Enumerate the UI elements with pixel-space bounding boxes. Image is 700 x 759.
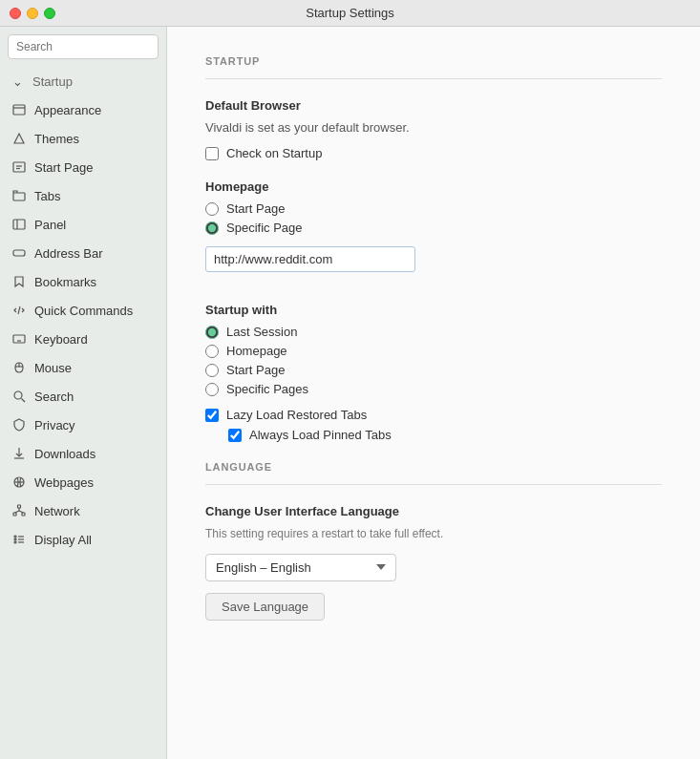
- start-page-icon: [11, 159, 27, 175]
- sidebar-item-label: Downloads: [34, 447, 95, 461]
- svg-rect-25: [22, 513, 25, 516]
- network-icon: [11, 503, 27, 518]
- svg-rect-5: [13, 193, 25, 200]
- always-load-label: Always Load Pinned Tabs: [249, 428, 392, 442]
- search-icon: [11, 389, 27, 404]
- svg-point-30: [14, 538, 16, 540]
- language-select[interactable]: English – English: [205, 554, 396, 581]
- startup-specific-pages-radio[interactable]: [205, 383, 219, 396]
- svg-point-17: [14, 391, 22, 399]
- sidebar-item-label: Quick Commands: [34, 304, 133, 318]
- startup-section-title: STARTUP: [205, 55, 662, 67]
- minimize-button[interactable]: [27, 8, 38, 19]
- sidebar-item-bookmarks[interactable]: Bookmarks: [0, 267, 166, 296]
- titlebar: Startup Settings: [0, 0, 700, 27]
- homepage-start-page-label: Start Page: [226, 201, 285, 216]
- default-browser-text: Vivaldi is set as your default browser.: [205, 120, 662, 135]
- panel-icon: [11, 217, 27, 232]
- tabs-icon: [11, 188, 27, 203]
- sidebar-item-label: Mouse: [34, 361, 72, 375]
- sidebar-item-label: Keyboard: [34, 332, 88, 347]
- startup-start-page-radio[interactable]: [205, 364, 219, 377]
- startup-homepage-label: Homepage: [226, 344, 287, 358]
- homepage-title: Homepage: [205, 179, 662, 194]
- check-on-startup-checkbox[interactable]: [205, 147, 219, 160]
- sidebar-item-startup[interactable]: ⌄ Startup: [0, 67, 166, 95]
- sidebar-item-panel[interactable]: Panel: [0, 210, 166, 239]
- sidebar-item-label: Network: [34, 504, 80, 518]
- startup-section: STARTUP Default Browser Vivaldi is set a…: [205, 55, 662, 442]
- sidebar-item-label: Privacy: [34, 418, 75, 432]
- sidebar-item-label: Startup: [32, 74, 73, 89]
- sidebar-item-label: Appearance: [34, 103, 101, 117]
- startup-specific-pages-label: Specific Pages: [226, 382, 308, 396]
- sidebar-item-appearance[interactable]: Appearance: [0, 95, 166, 124]
- sidebar-item-label: Search: [34, 390, 74, 404]
- search-input[interactable]: [8, 34, 159, 59]
- sidebar-item-search[interactable]: Search: [0, 382, 166, 411]
- svg-point-29: [14, 536, 16, 538]
- sidebar-item-themes[interactable]: Themes: [0, 124, 166, 153]
- app-body: ⌄ Startup Appearance Themes: [0, 27, 700, 759]
- lazy-load-label: Lazy Load Restored Tabs: [226, 408, 367, 422]
- sidebar: ⌄ Startup Appearance Themes: [0, 27, 167, 759]
- sidebar-item-tabs[interactable]: Tabs: [0, 181, 166, 210]
- startup-last-session-radio[interactable]: [205, 326, 219, 339]
- sidebar-search-container: [8, 34, 159, 59]
- startup-homepage-radio[interactable]: [205, 345, 219, 358]
- startup-with-radio-group: Last Session Homepage Start Page Specifi…: [205, 325, 662, 396]
- startup-start-page-row: Start Page: [205, 363, 662, 377]
- close-button[interactable]: [10, 8, 21, 19]
- homepage-specific-page-label: Specific Page: [226, 221, 303, 235]
- bookmarks-icon: [11, 274, 27, 289]
- svg-line-28: [19, 511, 24, 513]
- default-browser-title: Default Browser: [205, 98, 662, 113]
- privacy-icon: [11, 417, 27, 432]
- homepage-start-page-row: Start Page: [205, 201, 662, 216]
- check-on-startup-label: Check on Startup: [226, 146, 322, 160]
- sidebar-item-downloads[interactable]: Downloads: [0, 439, 166, 468]
- default-browser-group: Default Browser Vivaldi is set as your d…: [205, 98, 662, 160]
- sidebar-item-network[interactable]: Network: [0, 496, 166, 525]
- webpages-icon: [11, 474, 27, 490]
- svg-rect-23: [18, 505, 21, 508]
- themes-icon: [11, 131, 27, 146]
- main-content: STARTUP Default Browser Vivaldi is set a…: [167, 27, 700, 759]
- address-bar-icon: [11, 245, 27, 261]
- sidebar-item-label: Panel: [34, 218, 66, 232]
- lazy-load-checkbox[interactable]: [205, 409, 219, 422]
- chevron-icon: ⌄: [10, 74, 25, 89]
- sidebar-item-webpages[interactable]: Webpages: [0, 468, 166, 496]
- sidebar-item-mouse[interactable]: Mouse: [0, 353, 166, 382]
- change-lang-title: Change User Interface Language: [205, 504, 662, 518]
- homepage-specific-page-radio[interactable]: [205, 221, 219, 235]
- sidebar-item-address-bar[interactable]: Address Bar: [0, 239, 166, 267]
- svg-line-18: [22, 399, 26, 403]
- always-load-checkbox[interactable]: [228, 429, 242, 442]
- svg-line-9: [18, 306, 20, 314]
- sidebar-item-keyboard[interactable]: Keyboard: [0, 325, 166, 353]
- homepage-group: Homepage Start Page Specific Page: [205, 179, 662, 287]
- homepage-start-page-radio[interactable]: [205, 202, 219, 216]
- startup-last-session-row: Last Session: [205, 325, 662, 339]
- startup-start-page-label: Start Page: [226, 363, 285, 377]
- startup-with-title: Startup with: [205, 303, 662, 317]
- maximize-button[interactable]: [44, 8, 55, 19]
- save-language-button[interactable]: Save Language: [205, 593, 325, 621]
- window-controls[interactable]: [10, 8, 55, 19]
- sidebar-item-start-page[interactable]: Start Page: [0, 153, 166, 181]
- appearance-icon: [11, 102, 27, 117]
- sidebar-item-quick-commands[interactable]: Quick Commands: [0, 296, 166, 325]
- homepage-url-input[interactable]: [205, 246, 415, 272]
- language-section: LANGUAGE Change User Interface Language …: [205, 461, 662, 621]
- display-all-icon: [11, 532, 27, 547]
- quick-commands-icon: [11, 303, 27, 318]
- change-lang-description: This setting requires a restart to take …: [205, 526, 662, 542]
- sidebar-item-display-all[interactable]: Display All: [0, 525, 166, 554]
- language-section-title: LANGUAGE: [205, 461, 662, 473]
- always-load-row: Always Load Pinned Tabs: [228, 428, 662, 442]
- sidebar-item-privacy[interactable]: Privacy: [0, 411, 166, 439]
- language-select-row: English – English: [205, 554, 662, 581]
- svg-rect-2: [13, 162, 25, 172]
- startup-last-session-label: Last Session: [226, 325, 297, 339]
